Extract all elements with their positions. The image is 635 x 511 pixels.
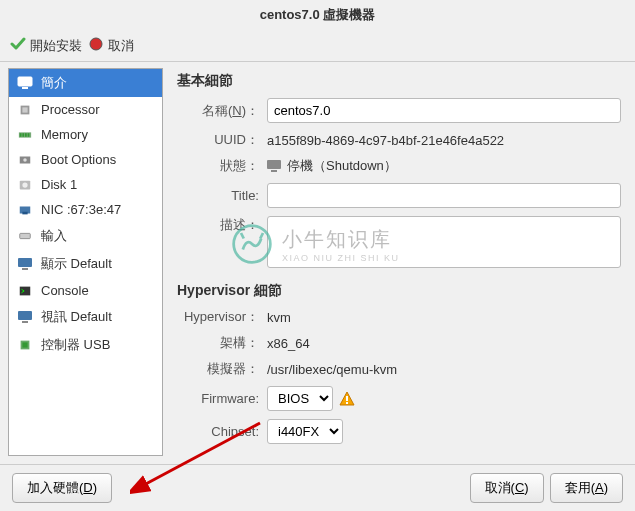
display-icon <box>17 257 33 271</box>
desc-textarea[interactable] <box>267 216 621 268</box>
sidebar-item-input[interactable]: 輸入 <box>9 222 162 250</box>
fw-label: Firmware: <box>177 391 267 406</box>
cancel-toolbar-label: 取消 <box>108 37 134 55</box>
title-input[interactable] <box>267 183 621 208</box>
footer: 加入硬體(D) 取消(C) 套用(A) <box>0 464 635 511</box>
sidebar-item-video[interactable]: 視訊 Default <box>9 303 162 331</box>
sidebar-item-label: Disk 1 <box>41 177 77 192</box>
svg-rect-9 <box>28 133 30 137</box>
svg-rect-20 <box>18 311 32 320</box>
state-label: 狀態： <box>177 157 267 175</box>
desc-label: 描述： <box>177 216 267 234</box>
hv-value: kvm <box>267 310 621 325</box>
svg-rect-23 <box>22 342 27 347</box>
svg-point-0 <box>90 38 102 50</box>
cancel-toolbar-button[interactable]: 取消 <box>88 36 134 55</box>
hv-label: Hypervisor： <box>177 308 267 326</box>
sidebar-item-overview[interactable]: 簡介 <box>9 69 162 97</box>
sidebar-item-label: Memory <box>41 127 88 142</box>
svg-rect-25 <box>271 170 277 172</box>
svg-rect-6 <box>20 133 22 137</box>
sidebar-item-display[interactable]: 顯示 Default <box>9 250 162 278</box>
sidebar-item-nic[interactable]: NIC :67:3e:47 <box>9 197 162 222</box>
disk-icon <box>17 178 33 192</box>
arch-label: 架構： <box>177 334 267 352</box>
sidebar-item-disk1[interactable]: Disk 1 <box>9 172 162 197</box>
boot-icon <box>17 153 33 167</box>
add-hardware-button[interactable]: 加入硬體(D) <box>12 473 112 503</box>
chipset-select[interactable]: i440FX <box>267 419 343 444</box>
svg-rect-19 <box>20 286 31 295</box>
svg-rect-7 <box>22 133 24 137</box>
sidebar-item-usb[interactable]: 控制器 USB <box>9 331 162 359</box>
svg-rect-21 <box>22 321 28 323</box>
uuid-label: UUID： <box>177 131 267 149</box>
shutdown-icon <box>267 160 281 172</box>
start-install-label: 開始安裝 <box>30 37 82 55</box>
basic-section-title: 基本細節 <box>177 72 621 90</box>
state-value: 停機（Shutdown） <box>287 157 397 175</box>
sidebar-item-console[interactable]: Console <box>9 278 162 303</box>
memory-icon <box>17 128 33 142</box>
start-install-button[interactable]: 開始安裝 <box>10 36 82 55</box>
record-icon <box>88 36 104 55</box>
monitor-icon <box>17 76 33 90</box>
cpu-icon <box>17 103 33 117</box>
svg-point-11 <box>23 158 27 162</box>
emu-value: /usr/libexec/qemu-kvm <box>267 362 621 377</box>
sidebar-item-label: Processor <box>41 102 100 117</box>
sidebar-item-label: 輸入 <box>41 227 67 245</box>
chipset-label: Chipset: <box>177 424 267 439</box>
fw-select[interactable]: BIOS <box>267 386 333 411</box>
video-icon <box>17 310 33 324</box>
title-label: Title: <box>177 188 267 203</box>
svg-point-13 <box>22 182 27 187</box>
console-icon <box>17 284 33 298</box>
toolbar: 開始安裝 取消 <box>0 30 635 62</box>
apply-button[interactable]: 套用(A) <box>550 473 623 503</box>
svg-rect-24 <box>267 160 281 169</box>
arch-value: x86_64 <box>267 336 621 351</box>
uuid-value: a155f89b-4869-4c97-b4bf-21e46fe4a522 <box>267 133 621 148</box>
sidebar-item-label: Boot Options <box>41 152 116 167</box>
input-icon <box>17 229 33 243</box>
sidebar-item-processor[interactable]: Processor <box>9 97 162 122</box>
sidebar-item-memory[interactable]: Memory <box>9 122 162 147</box>
sidebar-item-label: NIC :67:3e:47 <box>41 202 121 217</box>
svg-rect-4 <box>22 107 27 112</box>
sidebar-item-label: 視訊 Default <box>41 308 112 326</box>
sidebar-item-label: Console <box>41 283 89 298</box>
warning-icon <box>339 391 355 407</box>
svg-rect-18 <box>22 268 28 270</box>
svg-rect-27 <box>346 402 348 404</box>
svg-rect-1 <box>18 77 32 86</box>
sidebar-item-label: 簡介 <box>41 74 67 92</box>
sidebar-item-label: 控制器 USB <box>41 336 110 354</box>
svg-rect-15 <box>22 211 27 214</box>
svg-rect-16 <box>20 233 31 238</box>
svg-rect-17 <box>18 258 32 267</box>
sidebar-item-label: 顯示 Default <box>41 255 112 273</box>
svg-rect-26 <box>346 396 348 401</box>
cancel-button[interactable]: 取消(C) <box>470 473 544 503</box>
svg-rect-2 <box>22 87 28 89</box>
name-label: 名稱(N)： <box>177 102 267 120</box>
window-title: centos7.0 虛擬機器 <box>0 0 635 30</box>
svg-rect-8 <box>25 133 27 137</box>
nic-icon <box>17 203 33 217</box>
sidebar-item-boot[interactable]: Boot Options <box>9 147 162 172</box>
name-input[interactable] <box>267 98 621 123</box>
usb-icon <box>17 338 33 352</box>
sidebar: 簡介 Processor Memory Boot Options Disk 1 … <box>8 68 163 456</box>
main-panel: 基本細節 名稱(N)： UUID： a155f89b-4869-4c97-b4b… <box>163 62 635 462</box>
check-icon <box>10 36 26 55</box>
emu-label: 模擬器： <box>177 360 267 378</box>
hypervisor-section-title: Hypervisor 細節 <box>177 282 621 300</box>
